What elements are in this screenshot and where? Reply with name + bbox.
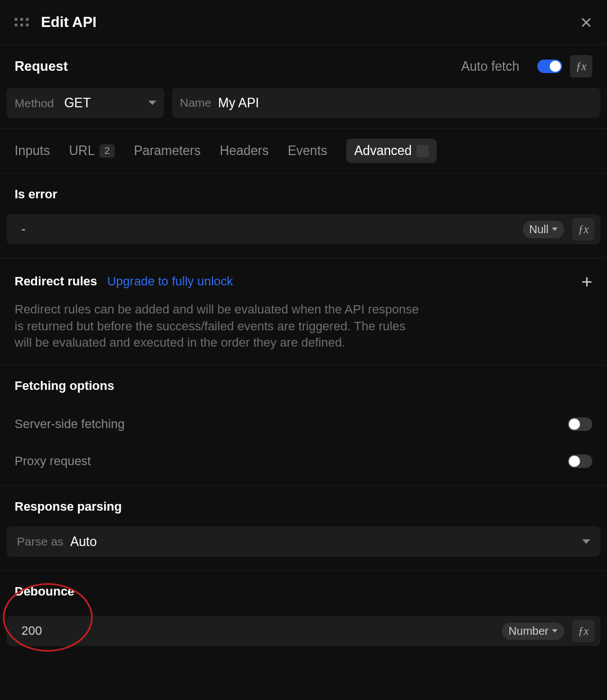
proxy-toggle[interactable] — [568, 454, 592, 468]
tab-headers[interactable]: Headers — [220, 139, 269, 163]
redirect-title: Redirect rules — [15, 274, 97, 289]
tab-inputs[interactable]: Inputs — [15, 139, 50, 163]
is-error-type-select[interactable]: Null — [523, 221, 564, 238]
debounce-input[interactable]: 200 Number ƒx — [7, 616, 600, 646]
add-redirect-button[interactable]: + — [581, 272, 592, 291]
debounce-section: Debounce 200 Number ƒx — [0, 571, 607, 660]
server-side-toggle[interactable] — [568, 417, 592, 431]
chevron-down-icon — [552, 629, 558, 633]
upgrade-link[interactable]: Upgrade to fully unlock — [107, 274, 233, 289]
advanced-badge — [416, 145, 429, 157]
tab-advanced[interactable]: Advanced — [346, 139, 436, 163]
request-section-header: Request Auto fetch ƒx — [0, 45, 607, 88]
debounce-title: Debounce — [15, 584, 592, 599]
chevron-down-icon — [148, 101, 156, 105]
debounce-fx-button[interactable]: ƒx — [572, 620, 595, 642]
is-error-title: Is error — [15, 187, 592, 202]
modal-header: Edit API — [0, 0, 607, 45]
auto-fetch-toggle[interactable] — [537, 60, 562, 73]
response-parsing-title: Response parsing — [15, 499, 592, 514]
is-error-value: - — [21, 222, 523, 237]
is-error-input[interactable]: - Null ƒx — [7, 214, 600, 244]
parse-as-value: Auto — [70, 534, 582, 549]
parse-as-label: Parse as — [17, 535, 64, 548]
parse-as-select[interactable]: Parse as Auto — [7, 526, 600, 557]
chevron-down-icon — [582, 539, 590, 544]
fetching-options-section: Fetching options Server-side fetching Pr… — [0, 365, 607, 486]
is-error-section: Is error - Null ƒx — [0, 174, 607, 258]
is-error-fx-button[interactable]: ƒx — [572, 218, 595, 240]
chevron-down-icon — [552, 228, 558, 231]
debounce-value: 200 — [21, 624, 502, 638]
name-value: My API — [218, 96, 259, 111]
method-select[interactable]: Method GET — [7, 88, 164, 118]
method-label: Method — [15, 97, 54, 110]
modal-title: Edit API — [41, 13, 580, 31]
name-label: Name — [180, 96, 211, 110]
method-value: GET — [64, 96, 90, 110]
tab-url[interactable]: URL 2 — [69, 139, 115, 163]
proxy-label: Proxy request — [15, 454, 568, 469]
redirect-rules-section: Redirect rules Upgrade to fully unlock +… — [0, 258, 607, 365]
server-side-label: Server-side fetching — [15, 417, 568, 431]
redirect-description: Redirect rules can be added and will be … — [15, 301, 419, 351]
name-field[interactable]: Name My API — [172, 88, 600, 118]
tab-parameters[interactable]: Parameters — [134, 139, 201, 163]
tab-events[interactable]: Events — [288, 139, 327, 163]
close-icon — [580, 16, 592, 29]
response-parsing-section: Response parsing Parse as Auto — [0, 486, 607, 571]
drag-handle-icon[interactable] — [15, 18, 29, 26]
request-title: Request — [15, 58, 461, 74]
fetching-title: Fetching options — [15, 379, 592, 393]
url-count-badge: 2 — [99, 144, 115, 158]
tabs-bar: Inputs URL 2 Parameters Headers Events A… — [0, 128, 607, 174]
debounce-type-select[interactable]: Number — [502, 622, 564, 640]
close-button[interactable] — [580, 16, 592, 29]
auto-fetch-fx-button[interactable]: ƒx — [570, 55, 592, 78]
auto-fetch-label: Auto fetch — [461, 59, 519, 74]
